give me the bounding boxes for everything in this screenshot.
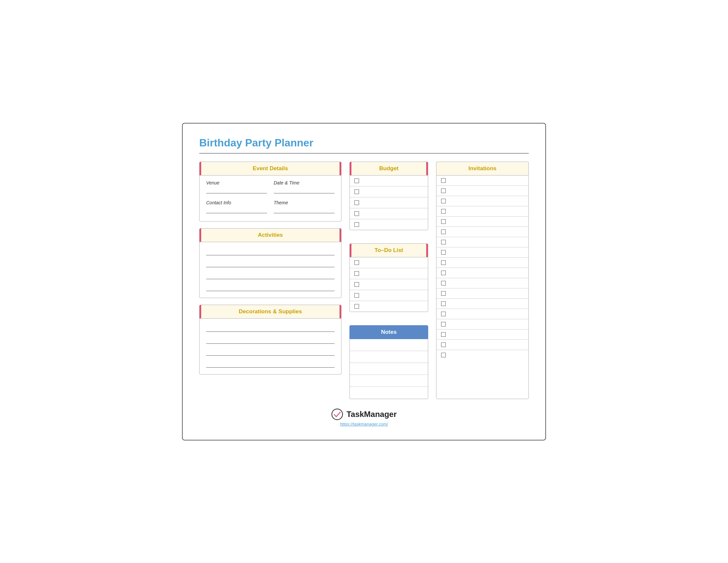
footer: TaskManager https://taskmanager.com/ — [199, 408, 529, 427]
invitations-column: Invitations — [436, 162, 529, 399]
budget-checkbox-3[interactable] — [354, 200, 359, 205]
inv-checkbox-13[interactable] — [441, 302, 446, 306]
notes-body — [349, 339, 428, 399]
inv-row-4 — [436, 206, 528, 216]
inv-checkbox-7[interactable] — [441, 240, 446, 244]
todo-row-3 — [350, 279, 428, 290]
inv-checkbox-3[interactable] — [441, 199, 446, 203]
inv-checkbox-5[interactable] — [441, 219, 446, 224]
inv-checkbox-10[interactable] — [441, 270, 446, 275]
taskmanager-logo-icon — [331, 408, 343, 420]
inv-checkbox-11[interactable] — [441, 281, 446, 286]
budget-checkbox-2[interactable] — [354, 189, 359, 194]
theme-label: Theme — [274, 200, 335, 205]
footer-brand-name: TaskManager — [346, 410, 397, 419]
inv-checkbox-1[interactable] — [441, 178, 446, 183]
venue-line[interactable] — [206, 187, 267, 193]
todo-row-5 — [350, 301, 428, 312]
venue-label: Venue — [206, 180, 267, 185]
inv-checkbox-2[interactable] — [441, 188, 446, 193]
deco-line-1[interactable] — [206, 323, 335, 332]
inv-checkbox-17[interactable] — [441, 343, 446, 347]
budget-checkbox-4[interactable] — [354, 211, 359, 216]
decorations-section: Decorations & Supplies — [199, 305, 341, 375]
todo-checkbox-3[interactable] — [354, 282, 359, 287]
inv-row-12 — [436, 289, 528, 299]
inv-row-6 — [436, 227, 528, 237]
inv-row-10 — [436, 268, 528, 278]
todo-checkbox-2[interactable] — [354, 271, 359, 276]
inv-row-3 — [436, 196, 528, 206]
activities-section: Activities — [199, 228, 341, 298]
todo-header: To–Do List — [350, 244, 428, 257]
inv-row-14 — [436, 309, 528, 319]
notes-row-5[interactable] — [350, 387, 428, 399]
budget-header: Budget — [350, 162, 428, 175]
notes-section: Notes — [349, 325, 428, 399]
inv-row-7 — [436, 237, 528, 247]
deco-line-2[interactable] — [206, 335, 335, 344]
notes-row-1[interactable] — [350, 339, 428, 351]
todo-checkbox-1[interactable] — [354, 260, 359, 265]
inv-row-15 — [436, 319, 528, 330]
todo-checkbox-4[interactable] — [354, 293, 359, 298]
inv-row-11 — [436, 278, 528, 289]
inv-checkbox-16[interactable] — [441, 332, 446, 337]
venue-field: Venue — [206, 180, 267, 197]
divider — [199, 153, 529, 154]
inv-row-8 — [436, 247, 528, 258]
todo-row-4 — [350, 290, 428, 301]
inv-row-9 — [436, 258, 528, 268]
activity-line-4[interactable] — [206, 282, 335, 291]
inv-row-2 — [436, 186, 528, 196]
inv-checkbox-14[interactable] — [441, 312, 446, 316]
inv-row-18 — [436, 350, 528, 360]
deco-line-4[interactable] — [206, 358, 335, 368]
activity-line-3[interactable] — [206, 270, 335, 279]
contact-label: Contact Info — [206, 200, 267, 205]
inv-row-5 — [436, 216, 528, 227]
notes-row-3[interactable] — [350, 363, 428, 375]
todo-checkbox-5[interactable] — [354, 304, 359, 309]
inv-row-17 — [436, 340, 528, 350]
budget-checkbox-5[interactable] — [354, 222, 359, 227]
left-column: Event Details Venue Date & Time Contact … — [199, 162, 341, 399]
invitations-body — [436, 175, 529, 399]
middle-column: Budget — [349, 162, 428, 399]
contact-field: Contact Info — [206, 200, 267, 216]
inv-checkbox-8[interactable] — [441, 250, 446, 255]
theme-line[interactable] — [274, 207, 335, 213]
notes-row-4[interactable] — [350, 375, 428, 387]
budget-row-5 — [350, 219, 428, 230]
datetime-label: Date & Time — [274, 180, 335, 185]
inv-row-16 — [436, 330, 528, 340]
budget-checkbox-1[interactable] — [354, 178, 359, 183]
inv-checkbox-4[interactable] — [441, 209, 446, 213]
invitations-header: Invitations — [436, 162, 529, 175]
activity-line-2[interactable] — [206, 258, 335, 267]
activity-line-1[interactable] — [206, 246, 335, 255]
todo-section: To–Do List — [349, 243, 428, 312]
footer-url[interactable]: https://taskmanager.com/ — [340, 422, 388, 427]
inv-checkbox-12[interactable] — [441, 291, 446, 296]
datetime-field: Date & Time — [274, 180, 335, 197]
page-container: Birthday Party Planner Event Details Ven… — [182, 123, 546, 441]
notes-row-2[interactable] — [350, 351, 428, 363]
todo-row-1 — [350, 257, 428, 268]
activities-header: Activities — [200, 228, 341, 242]
inv-checkbox-6[interactable] — [441, 229, 446, 234]
inv-checkbox-18[interactable] — [441, 353, 446, 357]
event-details-header: Event Details — [200, 162, 341, 175]
contact-line[interactable] — [206, 207, 267, 213]
inv-checkbox-9[interactable] — [441, 260, 446, 265]
inv-row-1 — [436, 175, 528, 186]
footer-brand: TaskManager — [331, 408, 397, 420]
deco-line-3[interactable] — [206, 347, 335, 356]
page-title: Birthday Party Planner — [199, 137, 529, 149]
todo-row-2 — [350, 268, 428, 279]
decorations-body — [200, 319, 341, 374]
inv-checkbox-15[interactable] — [441, 322, 446, 327]
event-details-section: Event Details Venue Date & Time Contact … — [199, 162, 341, 221]
content-grid: Event Details Venue Date & Time Contact … — [199, 162, 529, 399]
datetime-line[interactable] — [274, 187, 335, 193]
